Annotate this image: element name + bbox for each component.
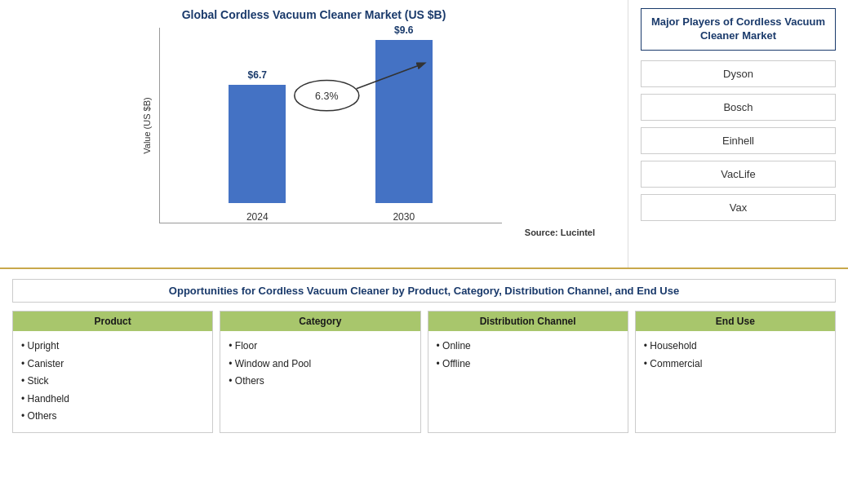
top-section: Global Cordless Vacuum Cleaner Market (U…	[0, 0, 848, 269]
col-body-distribution: Online Offline	[428, 331, 628, 379]
player-einhell: Einhell	[641, 127, 836, 154]
bar-group-2024: $6.7 2024	[229, 69, 286, 223]
product-stick: Stick	[21, 373, 204, 391]
product-canister: Canister	[21, 356, 204, 374]
columns-row: Product Upright Canister Stick Handheld …	[12, 311, 836, 433]
bar-label-2030: 2030	[393, 211, 415, 223]
player-vax: Vax	[641, 194, 836, 221]
col-header-distribution: Distribution Channel	[428, 312, 628, 331]
product-upright: Upright	[21, 338, 204, 356]
category-floor: Floor	[229, 338, 411, 356]
chart-title: Global Cordless Vacuum Cleaner Market (U…	[16, 8, 611, 21]
player-vaclife: VacLife	[641, 161, 836, 188]
col-enduse: End Use Household Commercial	[635, 311, 836, 433]
dist-online: Online	[437, 338, 619, 356]
players-panel: Major Players of Cordless Vacuum Cleaner…	[628, 0, 848, 267]
col-category: Category Floor Window and Pool Others	[220, 311, 420, 433]
category-window-pool: Window and Pool	[229, 356, 411, 374]
chart-area: Global Cordless Vacuum Cleaner Market (U…	[0, 0, 628, 267]
bottom-section: Opportunities for Cordless Vacuum Cleane…	[0, 269, 848, 443]
product-handheld: Handheld	[21, 391, 204, 409]
bars-wrapper: $6.7 2024 $9.6 2030	[160, 28, 502, 223]
col-distribution: Distribution Channel Online Offline	[428, 311, 628, 433]
player-bosch: Bosch	[641, 94, 836, 121]
col-header-category: Category	[220, 312, 420, 331]
bar-value-2030: $9.6	[394, 24, 413, 36]
dist-offline: Offline	[437, 356, 619, 374]
y-axis-label: Value (US $B)	[141, 97, 151, 154]
bar-2024	[229, 85, 286, 203]
bar-group-2030: $9.6 2030	[375, 24, 433, 223]
bar-chart: $6.7 2024 $9.6 2030 6.	[159, 28, 502, 223]
enduse-commercial: Commercial	[644, 356, 827, 374]
category-others: Others	[229, 373, 411, 391]
bar-label-2024: 2024	[246, 211, 269, 223]
col-body-enduse: Household Commercial	[636, 331, 835, 379]
col-body-category: Floor Window and Pool Others	[220, 331, 420, 397]
source-text: Source: Lucintel	[16, 228, 611, 237]
bar-2030	[375, 40, 433, 203]
enduse-household: Household	[644, 338, 827, 356]
col-header-product: Product	[13, 312, 212, 331]
bar-value-2024: $6.7	[248, 69, 267, 81]
col-body-product: Upright Canister Stick Handheld Others	[13, 331, 212, 432]
players-title: Major Players of Cordless Vacuum Cleaner…	[641, 8, 836, 51]
col-product: Product Upright Canister Stick Handheld …	[12, 311, 213, 433]
player-dyson: Dyson	[641, 60, 836, 87]
opportunities-title: Opportunities for Cordless Vacuum Cleane…	[12, 279, 836, 303]
col-header-enduse: End Use	[636, 312, 835, 331]
product-others: Others	[21, 408, 204, 426]
